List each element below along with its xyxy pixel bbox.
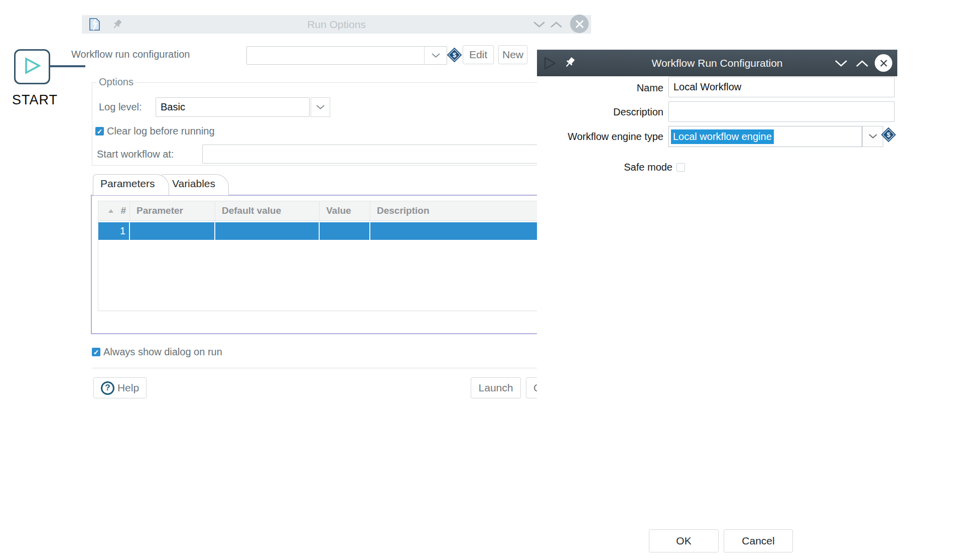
log-level-combobox[interactable]: Basic (156, 97, 310, 117)
clear-log-checkbox[interactable]: ✓ (95, 127, 104, 135)
tab-parameters-label: Parameters (100, 178, 155, 190)
name-label: Name (538, 82, 663, 94)
separator (92, 368, 572, 368)
workflow-canvas: START Run Options Workflow run con (0, 0, 956, 560)
value-cell (320, 222, 370, 240)
default-value-cell (215, 222, 320, 240)
window-shade-down-icon[interactable] (532, 18, 545, 31)
workflow-run-configuration-dialog: Workflow Run Configuration Name Descript… (537, 50, 897, 560)
workflow-engine-type-selected-value: Local workflow engine (671, 129, 774, 144)
window-title: Run Options (82, 19, 591, 31)
always-show-label: Always show dialog on run (103, 346, 222, 358)
help-icon: ? (101, 381, 114, 395)
workflow-run-config-label: Workflow run configuration (71, 49, 190, 60)
tab-variables[interactable]: Variables (160, 174, 229, 195)
table-left-border (98, 201, 98, 311)
description-label: Description (538, 106, 663, 118)
launch-button[interactable]: Launch (471, 377, 521, 398)
log-level-dropdown-button[interactable] (311, 97, 330, 117)
workflow-engine-type-dropdown-button[interactable] (862, 126, 883, 147)
flow-variable-button[interactable]: $ (449, 50, 460, 60)
run-options-titlebar[interactable]: Run Options (82, 15, 591, 34)
start-workflow-at-input[interactable] (202, 145, 572, 164)
help-button[interactable]: ? Help (93, 377, 147, 398)
tab-parameters[interactable]: Parameters (93, 174, 169, 195)
row-number-cell: 1 (98, 222, 130, 240)
table-bottom-border (98, 311, 567, 311)
column-header-value[interactable]: Value (320, 201, 370, 220)
window-shade-up-icon[interactable] (550, 18, 563, 31)
chevron-down-icon (316, 103, 325, 112)
tab-variables-label: Variables (172, 178, 215, 190)
cancel-button[interactable]: Cancel (724, 529, 793, 552)
parameter-cell (130, 222, 215, 240)
start-node[interactable] (14, 49, 50, 84)
dialog-titlebar[interactable]: Workflow Run Configuration (537, 50, 897, 76)
window-shade-down-icon[interactable] (834, 56, 848, 70)
play-icon (22, 56, 42, 78)
name-input[interactable] (668, 77, 895, 97)
sort-ascending-icon (108, 209, 113, 213)
parameter-table-header: # Parameter Default value Value Descript… (98, 201, 567, 221)
new-button[interactable]: New (498, 45, 527, 64)
start-node-label: START (12, 92, 55, 108)
log-level-label: Log level: (99, 101, 142, 113)
edit-button[interactable]: Edit (463, 45, 494, 64)
close-button[interactable] (875, 54, 892, 72)
column-header-parameter[interactable]: Parameter (130, 201, 215, 220)
node-connector-line (50, 65, 85, 67)
safe-mode-label: Safe mode (547, 162, 672, 173)
flow-variable-icon: $ (447, 48, 462, 63)
safe-mode-checkbox[interactable] (676, 163, 685, 172)
column-header-default-value[interactable]: Default value (215, 201, 320, 220)
clear-log-label: Clear log before running (107, 125, 215, 137)
chevron-down-icon (424, 47, 447, 64)
workflow-run-config-combobox[interactable] (246, 46, 447, 65)
workflow-engine-type-label: Workflow engine type (538, 131, 663, 143)
flow-variable-button[interactable]: $ (883, 129, 894, 140)
chevron-down-icon (868, 132, 878, 141)
flow-variable-icon: $ (881, 127, 896, 143)
table-row-selected[interactable]: 1 (98, 222, 567, 240)
help-button-label: Help (117, 382, 139, 394)
window-shade-up-icon[interactable] (855, 56, 869, 70)
description-input[interactable] (668, 101, 895, 122)
column-header-number[interactable]: # (98, 201, 130, 220)
close-button[interactable] (570, 15, 589, 33)
ok-button[interactable]: OK (649, 529, 719, 552)
workflow-engine-type-combobox[interactable]: Local workflow engine (668, 126, 862, 147)
options-group-legend: Options (96, 76, 136, 88)
always-show-checkbox[interactable]: ✓ (92, 348, 100, 356)
start-workflow-at-label: Start workflow at: (97, 149, 174, 160)
log-level-value: Basic (161, 101, 185, 113)
